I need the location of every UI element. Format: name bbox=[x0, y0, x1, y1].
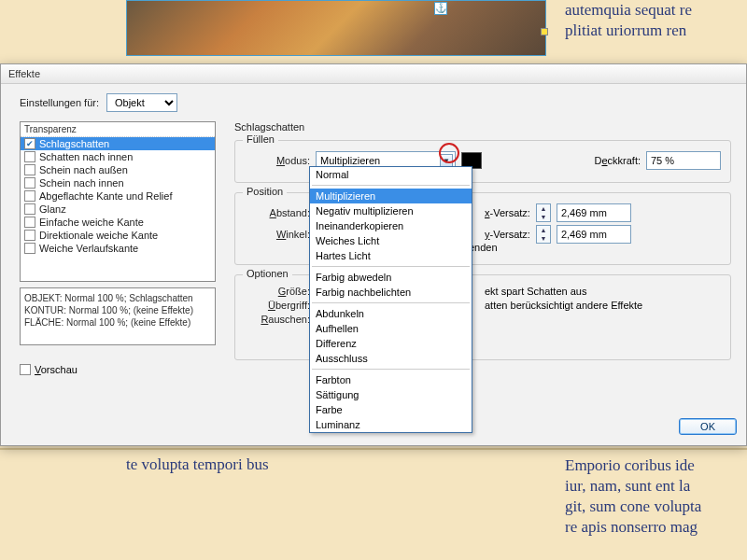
distance-label: Abstand: bbox=[245, 207, 310, 218]
dropdown-separator bbox=[312, 185, 470, 186]
option-note-1: ekt spart Schatten aus bbox=[485, 286, 586, 297]
chevron-down-icon[interactable]: ▼ bbox=[440, 154, 453, 167]
effect-label: Schein nach außen bbox=[39, 164, 128, 175]
list-header: Transparenz bbox=[21, 122, 215, 137]
group-position-title: Position bbox=[243, 186, 287, 197]
doc-text-bottom-right: Emporio coribus ide iur, nam, sunt ent l… bbox=[565, 455, 701, 538]
dropdown-separator bbox=[312, 266, 470, 267]
x-offset-spinner[interactable]: ▲▼ bbox=[536, 203, 551, 222]
effect-label: Direktionale weiche Kante bbox=[39, 230, 158, 241]
dropdown-item[interactable]: Ausschluss bbox=[310, 351, 472, 366]
doc-text-bottom-left: te volupta tempori bus bbox=[126, 455, 269, 474]
effects-list[interactable]: Transparenz ✔SchlagschattenSchatten nach… bbox=[20, 121, 216, 282]
preview-checkbox[interactable] bbox=[20, 364, 31, 375]
noise-label: Rauschen: bbox=[245, 314, 310, 325]
effect-item[interactable]: Schatten nach innen bbox=[21, 150, 215, 163]
y-offset-field[interactable]: 2,469 mm bbox=[557, 225, 631, 244]
effect-label: Einfache weiche Kante bbox=[39, 217, 144, 228]
effect-item[interactable]: Abgeflachte Kante und Relief bbox=[21, 189, 215, 203]
opacity-label: Deckkraft: bbox=[594, 155, 641, 166]
group-options-title: Optionen bbox=[243, 268, 292, 279]
dropdown-item[interactable]: Farbig abwedeln bbox=[310, 270, 472, 285]
effect-label: Abgeflachte Kante und Relief bbox=[39, 190, 173, 202]
ok-button[interactable]: OK bbox=[679, 418, 737, 435]
effects-dialog: Effekte Einstellungen für: Objekt Transp… bbox=[0, 63, 747, 446]
effect-item[interactable]: Direktionale weiche Kante bbox=[21, 229, 215, 242]
dropdown-item[interactable]: Aufhellen bbox=[310, 321, 472, 336]
mode-dropdown-menu[interactable]: NormalMultiplizierenNegativ multiplizier… bbox=[309, 166, 472, 433]
mode-label: Modus: bbox=[245, 155, 310, 166]
doc-text-right: autemquia sequat re plitiat uriorrum ren bbox=[565, 0, 692, 41]
settings-for-select[interactable]: Objekt bbox=[106, 93, 177, 112]
anchor-icon: ⚓ bbox=[434, 2, 447, 15]
dropdown-item[interactable]: Weiches Licht bbox=[310, 233, 472, 248]
effect-item[interactable]: ✔Schlagschatten bbox=[21, 137, 215, 150]
group-fill-title: Füllen bbox=[243, 133, 278, 145]
effect-checkbox[interactable] bbox=[24, 164, 35, 175]
effect-checkbox[interactable]: ✔ bbox=[24, 138, 35, 149]
truncated-text: enden bbox=[469, 242, 498, 253]
dropdown-item[interactable]: Luminanz bbox=[310, 417, 472, 432]
dropdown-item[interactable]: Negativ multiplizieren bbox=[310, 203, 472, 218]
effect-item[interactable]: Weiche Verlaufskante bbox=[21, 242, 215, 255]
effect-label: Weiche Verlaufskante bbox=[39, 243, 138, 254]
opacity-field[interactable]: 75 % bbox=[646, 151, 721, 170]
effect-checkbox[interactable] bbox=[24, 203, 35, 215]
effect-label: Schatten nach innen bbox=[39, 151, 133, 162]
dropdown-item[interactable]: Sättigung bbox=[310, 387, 472, 402]
dropdown-item[interactable]: Ineinanderkopieren bbox=[310, 218, 472, 233]
dropdown-item[interactable]: Differenz bbox=[310, 336, 472, 351]
settings-for-label: Einstellungen für: bbox=[20, 97, 99, 108]
effect-item[interactable]: Einfache weiche Kante bbox=[21, 216, 215, 229]
dropdown-item[interactable]: Farbe bbox=[310, 402, 472, 417]
object-info-box: OBJEKT: Normal 100 %; Schlagschatten KON… bbox=[20, 287, 216, 345]
effect-label: Glanz bbox=[39, 203, 66, 215]
effect-label: Schlagschatten bbox=[39, 138, 109, 149]
panel-section-title: Schlagschatten bbox=[234, 121, 731, 133]
angle-label: Winkel: bbox=[245, 229, 310, 240]
size-label: Größe: bbox=[245, 286, 310, 297]
effect-item[interactable]: Schein nach außen bbox=[21, 163, 215, 176]
effect-checkbox[interactable] bbox=[24, 230, 35, 241]
dropdown-item[interactable]: Farbton bbox=[310, 372, 472, 387]
effect-item[interactable]: Glanz bbox=[21, 203, 215, 216]
dialog-title: Effekte bbox=[1, 64, 746, 84]
dropdown-item[interactable]: Hartes Licht bbox=[310, 248, 472, 263]
dropdown-separator bbox=[312, 369, 470, 370]
effect-checkbox[interactable] bbox=[24, 243, 35, 254]
dropdown-item[interactable]: Multiplizieren bbox=[310, 189, 472, 203]
option-note-2: atten berücksichtigt andere Effekte bbox=[485, 300, 642, 311]
divider bbox=[0, 448, 747, 450]
effect-item[interactable]: Schein nach innen bbox=[21, 176, 215, 189]
dropdown-item[interactable]: Farbig nachbelichten bbox=[310, 285, 472, 300]
y-offset-label: y-Versatz: bbox=[485, 229, 530, 240]
effect-checkbox[interactable] bbox=[24, 217, 35, 228]
y-offset-spinner[interactable]: ▲▼ bbox=[536, 225, 551, 244]
dropdown-item[interactable]: Abdunkeln bbox=[310, 306, 472, 321]
effect-checkbox[interactable] bbox=[24, 190, 35, 202]
preview-label: Vorschau bbox=[35, 364, 78, 375]
selected-image-frame[interactable] bbox=[126, 0, 546, 56]
dropdown-separator bbox=[312, 302, 470, 303]
effect-checkbox[interactable] bbox=[24, 151, 35, 162]
effect-label: Schein nach innen bbox=[39, 177, 124, 189]
x-offset-field[interactable]: 2,469 mm bbox=[557, 203, 631, 222]
dropdown-item[interactable]: Normal bbox=[310, 167, 472, 182]
spread-label: Übergriff: bbox=[245, 300, 310, 311]
effect-checkbox[interactable] bbox=[24, 177, 35, 189]
x-offset-label: x-Versatz: bbox=[485, 207, 530, 218]
